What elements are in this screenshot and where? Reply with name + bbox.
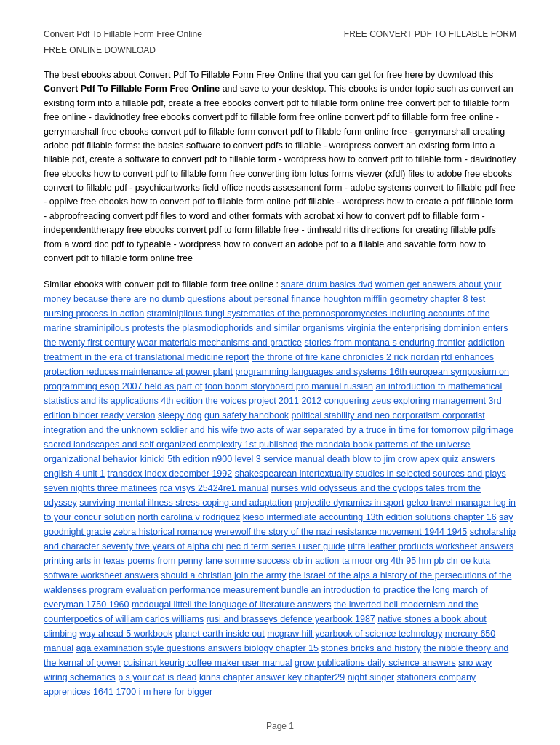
similar-link[interactable]: zebra historical romance	[113, 527, 212, 537]
similar-link[interactable]: the voices project 2011 2012	[205, 396, 321, 406]
main-paragraph: The best ebooks about Convert Pdf To Fil…	[44, 68, 516, 266]
similar-link[interactable]: sleepy dog	[158, 410, 201, 421]
page-footer: Page 1	[44, 721, 516, 731]
similar-link[interactable]: seven nights three matinees	[44, 483, 157, 493]
similar-link[interactable]: stones bricks and history	[321, 643, 422, 653]
page-number: Page 1	[266, 721, 294, 731]
similar-link[interactable]: conquering zeus	[324, 396, 391, 406]
similar-link[interactable]: grow publications daily science answers	[295, 658, 456, 668]
similar-link[interactable]: cuisinart keurig coffee maker user manua…	[124, 658, 292, 668]
similar-link[interactable]: snare drum basics dvd	[281, 279, 373, 290]
header-right: FREE CONVERT PDF TO FILLABLE FORM	[344, 29, 516, 39]
similar-link[interactable]: nursing process in action	[44, 308, 144, 319]
similar-link[interactable]: kieso intermediate accounting 13th editi…	[243, 512, 497, 522]
similar-link[interactable]: printing arts in texas	[44, 556, 125, 566]
similar-link[interactable]: organizational behavior kinicki 5th edit…	[44, 454, 209, 464]
similar-link[interactable]: the throne of fire kane chronicles 2 ric…	[252, 352, 439, 362]
similar-link[interactable]: nec d term series i user guide	[226, 541, 345, 551]
similar-link[interactable]: wear materials mechanisms and practice	[137, 338, 302, 348]
header-left: Convert Pdf To Fillable Form Free Online	[44, 29, 202, 39]
similar-link[interactable]: mcgraw hill yearbook of science technolo…	[267, 629, 442, 639]
similar-link[interactable]: rusi and brasseys defence yearbook 1987	[207, 614, 375, 624]
similar-link[interactable]: kinns chapter answer key chapter29	[199, 672, 345, 682]
similar-link[interactable]: night singer	[348, 672, 395, 682]
similar-link[interactable]: should a christian join the army	[161, 570, 286, 581]
similar-link[interactable]: werewolf the story of the nazi resistanc…	[215, 527, 468, 537]
similar-link[interactable]: ob in action ta moor org 4th 95 hm pb cl…	[293, 556, 471, 566]
similar-link[interactable]: transdex index december 1992	[108, 469, 233, 479]
similar-link[interactable]: gun safety handbook	[204, 410, 289, 421]
similar-link[interactable]: i m here for bigger	[139, 687, 212, 697]
similar-link[interactable]: toon boom storyboard pro manual russian	[205, 381, 373, 391]
similar-link[interactable]: planet earth inside out	[175, 629, 265, 639]
similar-link[interactable]: stories from montana s enduring frontier	[305, 338, 466, 348]
similar-link[interactable]: ultra leather products worksheet answers	[348, 541, 513, 551]
header-bottom: FREE ONLINE DOWNLOAD	[44, 45, 516, 55]
similar-link[interactable]: houghton mifflin geometry chapter 8 test	[323, 294, 485, 304]
similar-link[interactable]: aqa examination style questions answers …	[76, 643, 319, 653]
main-rest-text: and save to your desktop. This ebooks is…	[44, 84, 516, 263]
similar-link[interactable]: north carolina v rodriguez	[137, 512, 240, 522]
similar-link[interactable]: n900 level 3 service manual	[212, 454, 324, 464]
similar-link[interactable]: poems from penny lane	[127, 556, 223, 566]
similar-links-container: snare drum basics dvd women get answers …	[44, 279, 516, 697]
similar-link[interactable]: the mandala book patterns of the univers…	[300, 439, 470, 450]
similar-section: Similar ebooks with convert pdf to filla…	[44, 277, 516, 699]
similar-link[interactable]: shakespearean intertextuality studies in…	[235, 469, 506, 479]
similar-intro: Similar ebooks with convert pdf to filla…	[44, 279, 281, 290]
header-section: Convert Pdf To Fillable Form Free Online…	[44, 29, 516, 39]
page-container: Convert Pdf To Fillable Form Free Online…	[0, 0, 560, 745]
similar-link[interactable]: death blow to jim crow	[327, 454, 417, 464]
similar-link[interactable]: way ahead 5 workbook	[79, 629, 172, 639]
similar-link[interactable]: p s your cat is dead	[118, 672, 196, 682]
similar-link[interactable]: projectile dynamics in sport	[295, 498, 404, 508]
main-bold-text: Convert Pdf To Fillable Form Free Online	[44, 84, 220, 94]
similar-link[interactable]: rca visys 25424re1 manual	[160, 483, 268, 493]
similar-link[interactable]: surviving mental illness stress coping a…	[79, 498, 292, 508]
main-intro-text: The best ebooks about Convert Pdf To Fil…	[44, 70, 493, 80]
similar-link[interactable]: program evaluation performance measureme…	[89, 585, 415, 595]
similar-link[interactable]: somme success	[225, 556, 290, 566]
similar-link[interactable]: mcdougal littell the language of literat…	[132, 599, 331, 610]
